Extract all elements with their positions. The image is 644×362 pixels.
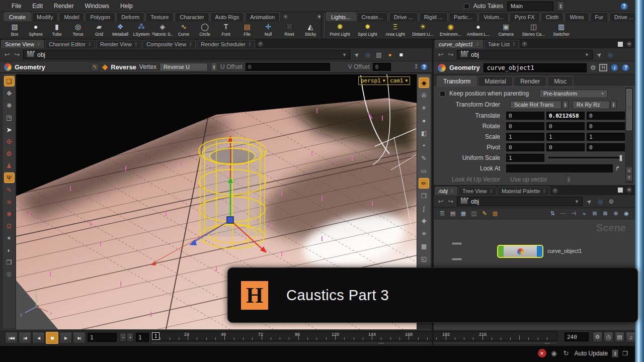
realtime-toggle-button[interactable]: ◷ <box>604 332 613 342</box>
snap-grid-icon[interactable]: ⊞ <box>590 209 599 218</box>
look-at-field[interactable] <box>506 164 613 172</box>
param-tab-render[interactable]: Render <box>514 76 546 86</box>
radial-menu-icon[interactable]: ◎ <box>606 51 615 58</box>
take-spinner[interactable]: ▲▼ <box>557 2 564 11</box>
network-forward-arrow-icon[interactable]: ↪ <box>447 198 455 205</box>
rotate-field-0[interactable]: 0 <box>506 122 544 130</box>
menu-windows[interactable]: Windows <box>79 0 115 12</box>
shelf-tool-point-light[interactable]: ✺Point Light <box>326 22 354 39</box>
play-button[interactable]: ▶ <box>59 332 72 344</box>
pretransform-dropdown[interactable]: Pre-transform▾ <box>539 89 608 98</box>
translate-field-1[interactable]: 0.0212658 <box>546 112 585 120</box>
add-shelf-tab-icon[interactable]: + <box>282 14 289 20</box>
slider-handle[interactable] <box>619 155 622 161</box>
scroll-down-arrow[interactable]: ▼ <box>626 174 632 180</box>
auto-update-selector[interactable]: Auto Update <box>575 350 608 357</box>
state-info-icon[interactable]: ⁑ <box>415 64 418 70</box>
menu-file[interactable]: File <box>6 0 27 12</box>
path-dropdown-icon[interactable]: ▼ <box>575 199 579 204</box>
translate-field-0[interactable]: 0 <box>506 112 544 120</box>
network-back-arrow-icon[interactable]: ↩ <box>437 198 445 205</box>
take-selector[interactable]: Main <box>507 2 553 11</box>
character-tool[interactable]: Ψ <box>4 172 15 183</box>
network-path-field[interactable]: obj ▼ <box>457 197 583 206</box>
path-dropdown-icon[interactable]: ▼ <box>585 52 589 57</box>
scene-path-field[interactable]: obj ▼ <box>23 50 350 59</box>
error-badge[interactable]: ✕ <box>538 349 546 357</box>
gear-icon[interactable]: ⚙ <box>590 64 596 71</box>
param-tab-material[interactable]: Material <box>478 76 513 86</box>
wire-tool[interactable]: ✴ <box>4 233 15 243</box>
maximize-pane-icon[interactable] <box>618 188 623 193</box>
node-name-field[interactable]: curve_object1 <box>484 63 587 72</box>
normals-display-toggle[interactable]: ✎ <box>419 153 429 163</box>
shelf-tool-rivet[interactable]: ⁙Rivet <box>279 22 300 39</box>
goto-start-button[interactable]: |◀◀ <box>5 332 18 344</box>
op-help-icon[interactable]: ? <box>421 63 428 70</box>
radial-menu-icon[interactable]: ◎ <box>596 198 605 205</box>
rig-tool[interactable]: ♟ <box>4 160 15 171</box>
recook-icon[interactable]: ↻ <box>562 349 571 357</box>
curve-display-toggle[interactable]: ∫ <box>419 203 429 214</box>
grid-lines-icon[interactable]: ⊠ <box>601 209 610 218</box>
shelf-tool-torus[interactable]: ◎Torus <box>67 22 89 39</box>
handles-tool[interactable]: ◳ <box>4 112 15 123</box>
view-tool[interactable]: ❏ <box>4 76 15 86</box>
pane-handle-icon[interactable]: ⣿ <box>37 42 40 46</box>
shelf-tool-grid[interactable]: ▰Grid <box>89 22 110 39</box>
pin-icon[interactable]: ➤ <box>594 49 605 60</box>
v-offset-field[interactable]: 0 <box>373 63 391 71</box>
shelf-tool-stereo-camera[interactable]: ◫Stereo Ca... <box>520 22 547 39</box>
display-options-cube[interactable]: ◧ <box>419 128 429 138</box>
scrollbar-thumb[interactable]: ⣿⣿ <box>626 89 632 130</box>
shelf-tab-modify[interactable]: Modify <box>32 12 58 21</box>
ruler-scrollbar[interactable]: •••••• <box>151 341 557 345</box>
cook-mode-icon[interactable]: ❒ <box>622 350 628 357</box>
shelf-tool-spot-light[interactable]: ✸Spot Light <box>354 22 381 39</box>
rotate-order-spinner[interactable]: ▲▼ <box>610 100 617 109</box>
scene-tab-channel-editor[interactable]: Channel Editor⣿ <box>45 40 95 48</box>
add-pane-tab-icon[interactable]: + <box>257 41 264 47</box>
playhead[interactable]: 1 <box>152 332 159 340</box>
shelf-tool-sphere[interactable]: ●Sphere <box>25 22 46 39</box>
shelf-tab-character[interactable]: Character <box>175 12 209 21</box>
shelf-tool-distant-light[interactable]: ☀Distant Li... <box>409 22 437 39</box>
keep-position-checkbox[interactable] <box>440 91 445 97</box>
add-pane-tab-icon[interactable]: + <box>521 41 528 47</box>
distribute-nodes-icon[interactable]: ≈ <box>580 209 589 218</box>
gear-icon[interactable]: ⚙ <box>607 198 616 205</box>
range-start-field[interactable]: 1 <box>136 333 149 342</box>
node-output-connector[interactable] <box>452 258 462 260</box>
help-icon[interactable]: ? <box>620 3 628 10</box>
pane-handle-icon[interactable]: ⣿ <box>135 42 137 46</box>
info-icon[interactable]: i <box>611 64 618 71</box>
shelf-tab-lights[interactable]: Lights... <box>326 12 356 21</box>
objects-select-tool[interactable]: ✥ <box>4 88 15 99</box>
node-input-connector[interactable] <box>452 242 462 245</box>
animation-options-button[interactable]: ⚙ <box>593 332 602 342</box>
op-history-button[interactable]: ↰ <box>91 63 99 71</box>
select-arrow-tool[interactable]: ➤ <box>4 124 15 135</box>
headlight-icon[interactable]: ☀ <box>419 103 429 113</box>
play-reverse-button[interactable]: ◀ <box>32 332 45 344</box>
step-back-button[interactable]: |◀ <box>19 332 31 344</box>
frame-inc-button[interactable]: + <box>127 333 133 342</box>
magnet-tool[interactable]: Ω <box>4 221 15 231</box>
audio-options-button[interactable]: ♫ <box>626 332 635 342</box>
memory-usage-icon[interactable]: ◉ <box>550 349 558 357</box>
params-forward-arrow-icon[interactable]: ↪ <box>447 51 455 58</box>
material-sphere-icon[interactable]: ● <box>385 51 394 58</box>
shelf-tool-circle[interactable]: ◯Circle <box>194 22 215 39</box>
pane-menu-icon[interactable]: ▾ <box>626 41 632 47</box>
shelf-tool-curve[interactable]: ∿Curve <box>173 22 194 39</box>
scale-field-2[interactable]: 1 <box>587 133 625 141</box>
rotate-field-1[interactable]: 0 <box>546 122 585 130</box>
shelf-tool-switcher[interactable]: ▥Switcher <box>547 22 575 39</box>
params-scrollbar[interactable]: ⣿⣿▲▼ <box>625 87 633 183</box>
scene-tab-composite-view[interactable]: Composite View⣿ <box>142 40 196 48</box>
shelf-tool-lsystem[interactable]: ⁂LSystem <box>131 22 152 39</box>
camera-view-selector[interactable]: cam1▼ <box>387 76 410 85</box>
network-tab-material-palette[interactable]: Material Palette⣿ <box>498 187 550 195</box>
stop-button[interactable]: ■ <box>46 332 58 344</box>
pivot-field-1[interactable]: 0 <box>546 143 585 151</box>
